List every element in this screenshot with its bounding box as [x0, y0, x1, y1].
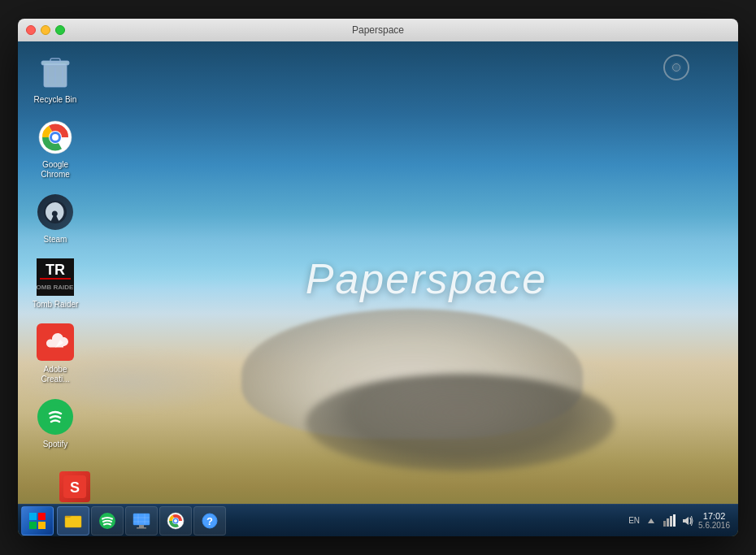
start-icon [28, 512, 46, 530]
desktop-icon-spotify[interactable]: Spotify [26, 394, 85, 453]
pinned-s-container[interactable]: S [59, 471, 90, 502]
network-svg [663, 514, 676, 527]
tomb-raider-label: Tomb Raider [33, 300, 79, 310]
paperspace-brand-text: Paperspace [306, 254, 548, 303]
mac-window: Paperspace Paperspace [18, 19, 738, 536]
window-title: Paperspace [352, 24, 404, 36]
s-pinned-icon: S [59, 471, 90, 502]
cloud-dark [306, 374, 615, 471]
tray-volume-icon[interactable] [680, 514, 693, 527]
start-button[interactable] [21, 506, 54, 535]
taskbar: ? EN [18, 504, 738, 536]
tray-clock[interactable]: 17:02 5.6.2016 [698, 511, 730, 530]
recycle-bin-icon-img [36, 53, 75, 92]
desktop-icons-container: Recycle Bin [26, 50, 85, 453]
cloud-main [241, 309, 583, 439]
cloud-wisp-2 [414, 358, 617, 398]
taskbar-help-icon: ? [201, 512, 219, 530]
svg-rect-26 [139, 525, 144, 527]
spotify-icon-img [36, 397, 75, 436]
steam-icon-img [36, 193, 75, 232]
svg-rect-39 [663, 521, 666, 527]
tray-date-value: 5.6.2016 [698, 521, 730, 530]
svg-point-35 [174, 519, 177, 522]
svg-rect-23 [65, 516, 81, 527]
svg-rect-22 [38, 522, 46, 529]
tray-time-value: 17:02 [703, 511, 726, 521]
adobe-icon-wrap [37, 323, 74, 361]
system-tray: EN [623, 511, 735, 530]
steam-label: Steam [44, 235, 67, 245]
svg-point-9 [52, 134, 59, 141]
svg-text:TR: TR [46, 262, 65, 278]
maximize-button[interactable] [55, 25, 65, 35]
volume-svg [680, 514, 693, 527]
window-content: Paperspace [18, 41, 738, 536]
chrome-icon-img [36, 118, 75, 157]
svg-point-11 [53, 212, 57, 216]
recycle-bin-label: Recycle Bin [34, 95, 77, 105]
svg-rect-25 [133, 514, 150, 525]
taskbar-spotify[interactable] [91, 506, 124, 535]
chrome-label: Google Chrome [29, 160, 81, 180]
expand-arrow-svg [647, 517, 655, 525]
desktop-icon-tomb-raider[interactable]: TR TOMB RAIDER Tomb Raider [26, 254, 85, 313]
tomb-raider-icon-wrap: TR TOMB RAIDER [37, 258, 74, 296]
adobe-icon-img [36, 323, 75, 362]
minimize-button[interactable] [41, 25, 50, 35]
adobe-svg [41, 330, 70, 354]
recycle-bin-svg [40, 54, 71, 90]
spotify-svg [43, 405, 67, 429]
taskbar-remote-desktop[interactable] [125, 506, 158, 535]
adobe-label: Adobe Creati... [29, 365, 81, 384]
taskbar-chrome[interactable] [159, 506, 192, 535]
svg-rect-42 [673, 514, 676, 527]
tomb-raider-svg: TR TOMB RAIDER [37, 258, 74, 296]
svg-rect-21 [29, 522, 37, 529]
spotify-icon-wrap [37, 399, 73, 435]
cloud-wisp-1 [234, 325, 478, 374]
svg-text:?: ? [206, 515, 213, 527]
svg-text:TOMB RAIDER: TOMB RAIDER [37, 284, 74, 291]
s-icon-svg: S [63, 475, 86, 498]
taskbar-file-explorer[interactable] [57, 506, 89, 535]
file-explorer-icon [63, 511, 83, 531]
taskbar-chrome-icon [167, 512, 185, 530]
taskbar-remote-desktop-icon [132, 511, 151, 531]
desktop-icon-recycle-bin[interactable]: Recycle Bin [26, 50, 85, 108]
cloud-layer [18, 41, 738, 536]
title-bar: Paperspace [18, 19, 738, 41]
taskbar-help[interactable]: ? [193, 506, 226, 535]
tray-expand-icon[interactable] [645, 514, 658, 527]
tray-lang: EN [628, 516, 640, 525]
svg-rect-27 [137, 527, 146, 529]
close-button[interactable] [26, 25, 36, 35]
svg-marker-38 [648, 518, 654, 523]
desktop-icon-adobe[interactable]: Adobe Creati... [26, 319, 85, 388]
chrome-svg [37, 119, 73, 155]
taskbar-items: ? [57, 506, 623, 535]
tomb-raider-icon-img: TR TOMB RAIDER [36, 258, 75, 297]
title-bar-buttons [26, 25, 65, 35]
tray-network-icon[interactable] [663, 514, 676, 527]
steam-icon-wrap [37, 194, 73, 230]
taskbar-spotify-icon [98, 512, 116, 530]
svg-text:S: S [70, 479, 80, 496]
svg-rect-40 [667, 518, 669, 527]
desktop-icon-chrome[interactable]: Google Chrome [26, 115, 85, 183]
steam-svg [42, 199, 68, 225]
desktop-icon-steam[interactable]: Steam [26, 189, 85, 248]
svg-rect-41 [670, 516, 672, 527]
svg-rect-19 [29, 513, 37, 520]
desktop: Paperspace [18, 41, 738, 536]
disc-icon [663, 54, 689, 80]
svg-rect-20 [38, 513, 46, 520]
spotify-label: Spotify [43, 440, 68, 449]
